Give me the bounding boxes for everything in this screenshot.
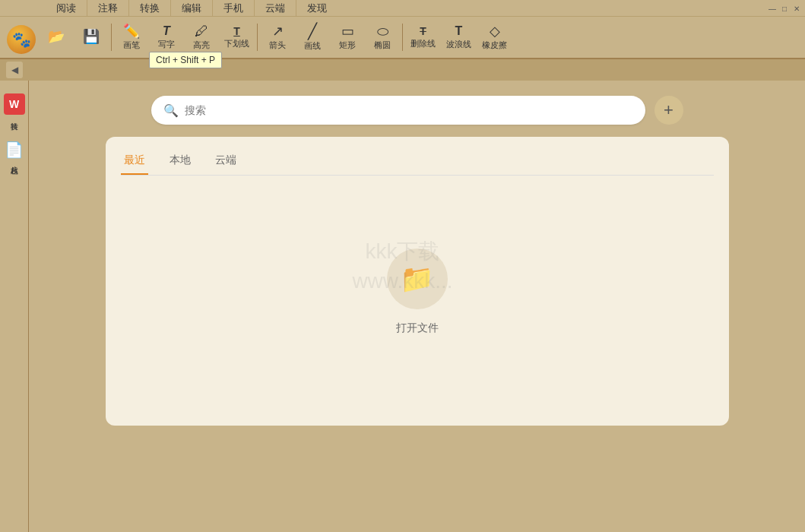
toolbar: 📂 💾 ✏️ 画笔 T 写字 🖊 高亮 T 下划线 ↗ 箭头 ╱ 画线 ▭ 矩形… — [0, 17, 805, 59]
open-button[interactable]: 📂 — [40, 19, 73, 55]
app-logo: 🐾 — [7, 25, 36, 54]
content-area: 🔍 + 最近 本地 云端 kkk下载 www.kkk... 📁 — [29, 81, 805, 532]
menu-mobile[interactable]: 手机 — [213, 0, 255, 17]
main-area: W 转换 📄 八枚起 🔍 + 最近 本地 云端 — [0, 81, 805, 532]
strikethrough-icon: T — [420, 26, 426, 36]
toolbar-tooltip: Ctrl + Shift + P — [149, 52, 222, 68]
write-icon: T — [163, 25, 170, 37]
secondary-bar: ◀ — [0, 59, 805, 81]
ellipse-icon: ⬭ — [377, 24, 388, 38]
menu-bar: 阅读 注释 转换 编辑 手机 云端 发现 — [0, 0, 805, 17]
menu-read[interactable]: 阅读 — [46, 0, 87, 17]
toolbar-separator-2 — [257, 24, 258, 51]
search-wrap: 🔍 — [151, 96, 645, 125]
toolbar-separator-1 — [111, 24, 112, 51]
close-button[interactable]: ✕ — [791, 3, 802, 14]
empty-state: kkk下载 www.kkk... 📁 打开文件 — [121, 188, 714, 381]
waveline-icon: T — [455, 25, 463, 37]
add-button[interactable]: + — [654, 96, 683, 125]
brush-icon: ✏️ — [123, 24, 140, 38]
arrow-button[interactable]: ↗ 箭头 — [261, 19, 294, 55]
open-folder-icon-wrap[interactable]: 📁 — [387, 249, 448, 309]
eraser-icon: ◇ — [490, 24, 500, 38]
sidebar: W 转换 📄 八枚起 — [0, 81, 29, 532]
recents-icon: 📄 — [5, 141, 24, 159]
arrow-icon: ↗ — [272, 24, 284, 38]
open-folder-icon: 📁 — [400, 263, 434, 295]
underline-icon: T — [233, 26, 240, 36]
menu-convert[interactable]: 转换 — [129, 0, 171, 17]
rect-icon: ▭ — [341, 24, 354, 38]
file-tabs: 最近 本地 云端 — [121, 149, 714, 176]
line-icon: ╱ — [308, 24, 317, 39]
open-icon: 📂 — [48, 30, 65, 43]
maximize-button[interactable]: □ — [779, 3, 790, 14]
menu-edit[interactable]: 编辑 — [171, 0, 213, 17]
search-input[interactable] — [185, 104, 633, 116]
line-button[interactable]: ╱ 画线 — [296, 19, 329, 55]
tab-local[interactable]: 本地 — [166, 149, 194, 175]
waveline-button[interactable]: T 波浪线 — [442, 19, 476, 55]
highlight-icon: 🖊 — [195, 24, 208, 38]
brush-button[interactable]: ✏️ 画笔 — [115, 19, 148, 55]
convert-icon: W — [4, 93, 25, 115]
logo-area: 🐾 — [3, 21, 40, 58]
ellipse-button[interactable]: ⬭ 椭圆 — [366, 19, 399, 55]
sidebar-item-recents[interactable]: 📄 八枚起 — [2, 129, 27, 172]
highlight-button[interactable]: 🖊 高亮 — [185, 19, 218, 55]
save-icon: 💾 — [83, 30, 100, 43]
search-icon: 🔍 — [163, 103, 179, 118]
toolbar-separator-3 — [402, 24, 403, 51]
menu-discover[interactable]: 发现 — [296, 0, 338, 17]
window-controls: — □ ✕ — [767, 0, 805, 17]
strikethrough-button[interactable]: T 删除线 — [406, 19, 440, 55]
tab-recent[interactable]: 最近 — [121, 149, 148, 175]
sidebar-item-convert[interactable]: W 转换 — [2, 84, 27, 126]
empty-state-label: 打开文件 — [396, 321, 439, 335]
save-button[interactable]: 💾 — [74, 19, 108, 55]
rect-button[interactable]: ▭ 矩形 — [331, 19, 364, 55]
minimize-button[interactable]: — — [767, 3, 778, 14]
menu-annotate[interactable]: 注释 — [87, 0, 129, 17]
menu-cloud[interactable]: 云端 — [255, 0, 296, 17]
collapse-button[interactable]: ◀ — [6, 62, 23, 78]
search-row: 🔍 + — [151, 96, 683, 125]
file-card: 最近 本地 云端 kkk下载 www.kkk... 📁 打开文件 — [106, 137, 729, 426]
tab-cloud[interactable]: 云端 — [212, 149, 239, 175]
eraser-button[interactable]: ◇ 橡皮擦 — [477, 19, 512, 55]
underline-button[interactable]: T 下划线 — [220, 19, 254, 55]
write-button[interactable]: T 写字 — [150, 19, 183, 55]
